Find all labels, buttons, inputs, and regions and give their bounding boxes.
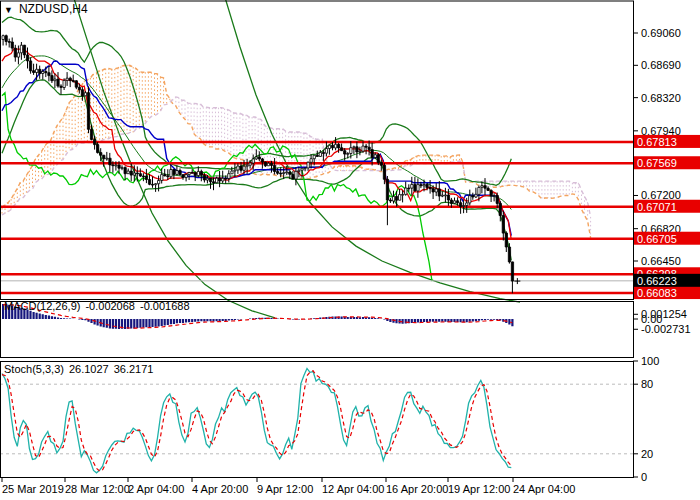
stoch-name: Stoch(5,3,3): [4, 363, 64, 375]
last-price-cross-marker: [514, 278, 520, 284]
time-tick-label: 2 Apr 04:00: [128, 483, 184, 495]
symbol-title-text: NZDUSD,H4: [19, 2, 88, 16]
candles-bearish: [5, 36, 514, 281]
price-tick-label: 0.68320: [641, 92, 681, 104]
symbol-dropdown-icon[interactable]: ▼: [4, 5, 13, 15]
level-price-badge-text: 0.66083: [637, 287, 677, 299]
price-tick-label: 0.66450: [641, 255, 681, 267]
time-tick-label: 25 Mar 2019: [2, 483, 64, 495]
bollinger-middle-band: [2, 56, 511, 210]
stoch-panel-border: [1, 362, 634, 478]
stoch-value-k: 26.1027: [69, 363, 109, 375]
time-tick-label: 24 Apr 04:00: [513, 483, 575, 495]
time-tick-label: 28 Mar 12:00: [65, 483, 130, 495]
time-tick-label: 16 Apr 20:00: [386, 483, 448, 495]
level-price-badge-text: 0.67569: [637, 157, 677, 169]
time-tick-label: 9 Apr 12:00: [257, 483, 313, 495]
price-tick-label: 0.68690: [641, 59, 681, 71]
macd-value-signal: -0.001688: [140, 300, 190, 312]
level-price-badge-text: 0.67071: [637, 201, 677, 213]
stoch-value-d: 36.2171: [114, 363, 154, 375]
stoch-axis-label: 0: [641, 471, 647, 483]
chart-canvas[interactable]: 0.690600.686900.683200.679400.672000.668…: [0, 0, 700, 500]
stoch-indicator-label: Stoch(5,3,3)26.102736.2171: [4, 363, 153, 375]
chart-window: 0.690600.686900.683200.679400.672000.668…: [0, 0, 700, 500]
time-tick-label: 12 Apr 04:00: [322, 483, 384, 495]
level-price-badge-text: 0.67813: [637, 136, 677, 148]
current-price-badge-text: 0.66223: [637, 275, 677, 287]
stoch-axis-label: 100: [641, 355, 659, 367]
macd-name: MACD(12,26,9): [4, 300, 80, 312]
macd-indicator-label: MACD(12,26,9)-0.002068-0.001688: [4, 300, 190, 312]
time-tick-label: 19 Apr 12:00: [448, 483, 510, 495]
price-tick-label: 0.67200: [641, 189, 681, 201]
price-tick-label: 0.69060: [641, 27, 681, 39]
tenkan-sen-line: [2, 48, 511, 239]
macd-value-main: -0.002068: [85, 300, 135, 312]
macd-axis-label: -0.002731: [641, 323, 691, 335]
stoch-d-line: [2, 371, 511, 471]
stoch-axis-label: 80: [641, 378, 653, 390]
time-tick-label: 4 Apr 20:00: [192, 483, 248, 495]
symbol-title[interactable]: ▼NZDUSD,H4: [4, 2, 88, 16]
stoch-axis-label: 20: [641, 448, 653, 460]
level-price-badge-text: 0.66705: [637, 233, 677, 245]
